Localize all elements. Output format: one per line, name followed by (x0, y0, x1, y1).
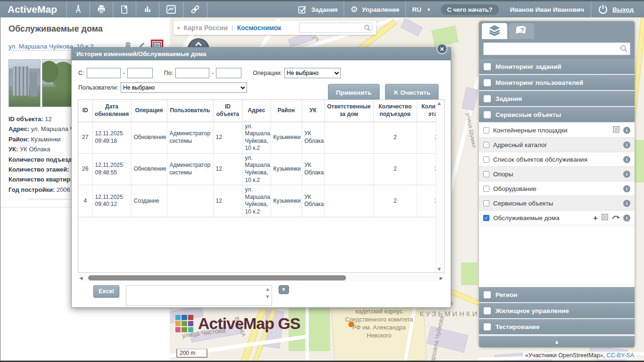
layer-group-tasks[interactable]: Задания (479, 91, 635, 107)
layer-checkbox[interactable] (483, 127, 489, 133)
col-address[interactable]: Адрес (242, 100, 271, 122)
graphs-button[interactable] (159, 1, 183, 17)
tab-layers[interactable] (482, 23, 507, 39)
scrollbar-thumb[interactable] (88, 275, 347, 280)
statistics-button[interactable] (136, 1, 159, 17)
col-object-id[interactable]: ID объекта (213, 100, 242, 122)
layer-item-service-objects-list[interactable]: Список объектов обслуживания i (479, 152, 635, 167)
col-id[interactable]: ID (78, 100, 92, 122)
undo-arrow-icon[interactable] (612, 214, 620, 222)
layer-item-serviced-houses[interactable]: Обслуживаемые дома + i (479, 211, 635, 225)
clear-button[interactable]: ✕ Очистить (385, 84, 438, 101)
management-button[interactable]: ⚙ Управление (344, 1, 405, 17)
from-date-input[interactable] (87, 68, 121, 78)
basemap-dropdown-icon[interactable]: ▾ (177, 25, 180, 31)
scroll-down-icon[interactable]: ▼ (438, 267, 441, 272)
layers-search-input[interactable] (483, 42, 630, 55)
info-icon[interactable]: i (623, 200, 630, 207)
layer-checkbox[interactable] (483, 142, 489, 148)
to-date-input[interactable] (175, 68, 209, 78)
info-icon[interactable]: i (623, 141, 630, 148)
table-row[interactable]: 26 12.11.2025 09:48:55 Обновление Админи… (78, 153, 445, 185)
layer-item-equipment[interactable]: Оборудование i (479, 181, 635, 196)
share-link-button[interactable] (183, 1, 207, 17)
info-icon[interactable]: i (623, 214, 630, 222)
layer-checkbox-checked[interactable] (483, 215, 489, 221)
collapse-panel-button[interactable] (479, 335, 635, 347)
tasks-button[interactable]: Задания (291, 1, 344, 17)
attribution-license-link[interactable]: CC-BY-SA (606, 352, 634, 359)
to-time-input[interactable] (216, 68, 241, 78)
close-icon[interactable] (437, 43, 447, 54)
layer-group-housing-management[interactable]: Жилищное управление (479, 303, 635, 319)
app-logo[interactable]: ActiveMap (0, 4, 66, 15)
info-icon[interactable]: i (623, 185, 630, 192)
map-marker[interactable] (349, 322, 354, 327)
object-photo-2[interactable] (42, 59, 74, 107)
scroll-up-icon[interactable]: ▲ (438, 101, 441, 106)
object-photo-1[interactable] (8, 59, 41, 107)
group-checkbox[interactable] (484, 323, 491, 330)
layer-checkbox[interactable] (483, 156, 489, 163)
group-checkbox[interactable] (484, 95, 491, 102)
map-search-input[interactable] (299, 23, 372, 33)
layer-group-users-monitoring[interactable]: Мониторинг пользователей (479, 75, 635, 91)
add-feature-icon[interactable]: + (593, 214, 598, 222)
layer-group-testing[interactable]: Тестирование (479, 319, 635, 335)
col-entrances[interactable]: Количество подъездов (373, 100, 417, 122)
layer-item-poles[interactable]: Опоры i (479, 167, 635, 181)
page-selector[interactable]: ▲ ▼ (126, 285, 272, 306)
layer-group-service-objects[interactable]: Сервисные объекты (479, 107, 635, 123)
print-button[interactable] (90, 1, 113, 17)
scroll-left-icon[interactable]: ◀ (78, 276, 84, 280)
info-icon[interactable]: i (623, 156, 630, 163)
search-icon[interactable] (619, 44, 628, 55)
table-row[interactable]: 4 12.11.2025 09:40:12 Создание 12 ул. Ма… (78, 185, 445, 217)
page-up-icon[interactable]: ▲ (266, 287, 269, 291)
layer-group-tasks-monitoring[interactable]: Мониторинг заданий (479, 59, 635, 75)
tab-legend-help[interactable]: ? (509, 23, 534, 39)
measure-tool-button[interactable] (67, 1, 90, 17)
group-checkbox[interactable] (484, 63, 491, 70)
layer-table-icon[interactable] (612, 126, 620, 134)
layer-group-region[interactable]: Регион (479, 287, 635, 303)
col-user[interactable]: Пользователь (167, 100, 213, 122)
horizontal-scrollbar[interactable]: ◀ ▶ (78, 274, 445, 281)
group-checkbox[interactable] (484, 79, 491, 86)
col-responsible[interactable]: Ответственные за дом (324, 100, 373, 122)
language-selector[interactable]: RU (406, 1, 436, 17)
group-checkbox[interactable] (484, 291, 491, 298)
layer-item-address-catalog[interactable]: Адресный каталог i (479, 138, 635, 152)
getting-started-button[interactable]: С чего начать? (441, 4, 498, 15)
layer-checkbox[interactable] (483, 200, 489, 206)
layer-item-container-sites[interactable]: Контейнерные площадки i (479, 123, 635, 138)
group-checkbox[interactable] (484, 111, 491, 118)
layer-checkbox[interactable] (483, 186, 489, 192)
reports-button[interactable] (113, 1, 136, 17)
from-time-input[interactable] (127, 68, 153, 78)
col-uk[interactable]: УК (302, 100, 324, 122)
col-update-date[interactable]: Дата обновления (92, 100, 131, 122)
vertical-scrollbar[interactable]: ▲ ▼ (436, 100, 444, 272)
layer-table-icon[interactable] (601, 214, 609, 222)
tab-base-map[interactable]: Карта России (184, 24, 228, 32)
col-district[interactable]: Район (271, 100, 302, 122)
search-icon[interactable] (363, 24, 371, 33)
scrollbar-track[interactable] (84, 275, 438, 280)
info-icon[interactable]: i (623, 127, 630, 134)
col-operation[interactable]: Операция (131, 100, 167, 122)
tab-satellite[interactable]: Космоснимок (237, 24, 281, 32)
group-checkbox[interactable] (484, 307, 491, 314)
export-excel-button[interactable]: Excel (93, 285, 119, 297)
layer-checkbox[interactable] (483, 171, 489, 177)
info-icon[interactable]: i (623, 171, 630, 178)
footer-dropdown-button[interactable]: ▼ (279, 285, 289, 294)
table-row[interactable]: 27 12.11.2025 09:49:18 Обновление Админи… (78, 122, 445, 153)
apply-button[interactable]: Применить (328, 84, 380, 101)
dialog-title-bar[interactable]: История изменений/Обслуживаемые дома (72, 48, 451, 60)
operations-select[interactable]: Не выбрано (284, 68, 341, 78)
layer-item-service-objects[interactable]: Сервисные объекты i (479, 196, 635, 211)
page-down-icon[interactable]: ▼ (266, 295, 269, 299)
logout-button[interactable]: Выход (591, 1, 644, 17)
scroll-right-icon[interactable]: ▶ (438, 276, 445, 280)
